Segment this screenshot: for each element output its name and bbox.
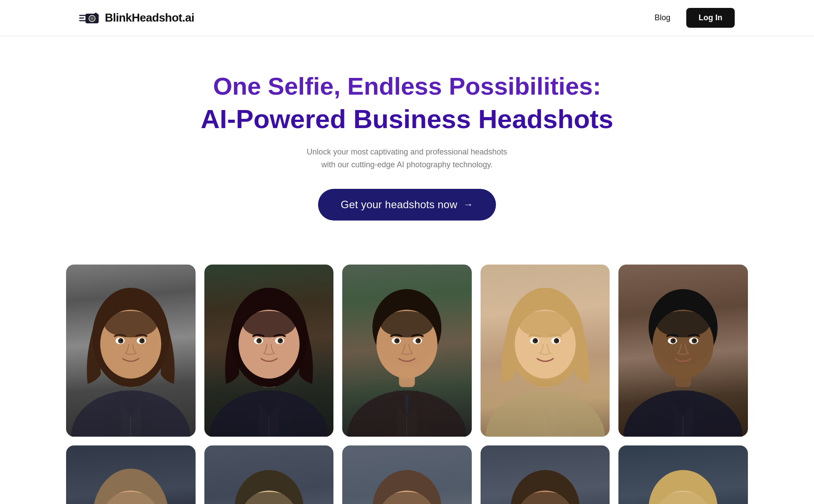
headshot-card [204,265,334,437]
headshot-card [618,265,748,437]
svg-point-13 [104,311,157,337]
svg-point-19 [142,339,144,341]
portrait-svg [618,445,748,504]
hero-subtext: Unlock your most captivating and profess… [9,146,805,171]
svg-point-45 [485,390,605,437]
logo-icon [79,10,100,26]
logo-area: BlinkHeadshot.ai [79,10,194,26]
svg-point-57 [624,390,743,437]
portrait-svg [481,445,610,504]
headshot-card [204,445,334,504]
headshot-card [618,445,748,504]
svg-rect-7 [95,13,97,15]
headshots-grid [66,265,748,504]
headshots-section [0,247,814,504]
portrait-svg [342,445,472,504]
blog-link[interactable]: Blog [655,13,670,22]
cta-button[interactable]: Get your headshots now → [318,189,496,221]
svg-point-66 [673,339,675,341]
headshot-card [481,445,610,504]
portrait-svg [66,445,196,504]
svg-point-18 [120,339,122,341]
headshot-card [66,445,196,504]
svg-point-43 [418,339,420,341]
cta-label: Get your headshots now [341,199,458,211]
svg-point-31 [280,339,282,341]
portrait-svg [481,265,610,437]
headshot-card [481,265,610,437]
svg-point-54 [535,339,537,341]
portrait-svg [66,265,196,437]
portrait-svg [342,265,472,437]
hero-headline: One Selfie, Endless Possibilities: AI-Po… [9,71,805,135]
cta-arrow-icon: → [463,199,473,210]
headshot-card [66,265,196,437]
svg-point-49 [518,311,571,337]
login-button[interactable]: Log In [686,8,735,28]
svg-point-67 [694,339,696,341]
svg-point-55 [556,339,558,341]
portrait-svg [204,265,334,437]
svg-point-33 [347,390,466,437]
svg-point-37 [381,311,433,337]
svg-point-42 [397,339,399,341]
navbar: BlinkHeadshot.ai Blog Log In [0,0,814,36]
svg-point-61 [657,311,710,337]
nav-right: Blog Log In [655,8,735,28]
svg-point-25 [242,311,295,337]
hero-headline-line2: AI-Powered Business Headshots [9,103,805,135]
portrait-svg [618,265,748,437]
svg-point-21 [209,390,329,437]
headshot-card [342,265,472,437]
svg-point-9 [71,390,190,437]
svg-point-6 [91,18,93,19]
logo-text: BlinkHeadshot.ai [105,11,194,25]
hero-section: One Selfie, Endless Possibilities: AI-Po… [0,36,814,247]
svg-point-30 [259,339,261,341]
headshot-card [342,445,472,504]
hero-headline-line1: One Selfie, Endless Possibilities: [9,71,805,101]
portrait-svg [204,445,334,504]
